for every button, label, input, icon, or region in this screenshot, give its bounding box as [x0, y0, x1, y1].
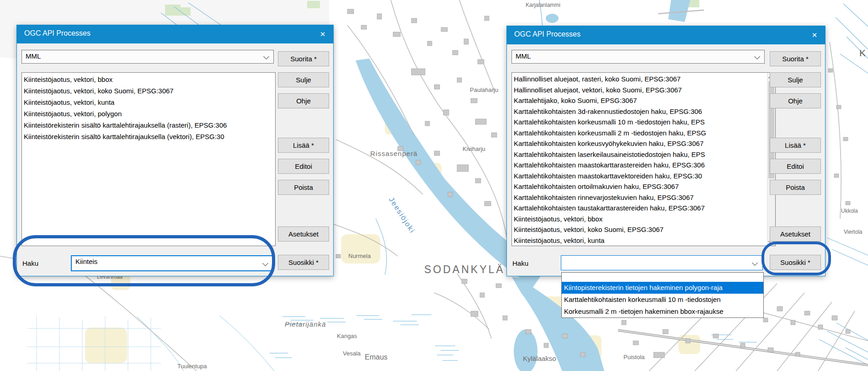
ogc-api-processes-dialog-right: OGC API Processes ✕ MML Hallinnolliset a… [506, 26, 825, 276]
process-list-item[interactable]: Karttalehtikohtaisten taustakarttaraster… [514, 203, 766, 214]
search-suggestion-item[interactable]: Kiintopisterekisterin tietojen hakeminen… [562, 282, 763, 294]
search-suggestion-item[interactable]: Korkeusmalli 2 m -tietojen hakeminen bbo… [562, 306, 763, 317]
asetukset-button[interactable]: Asetukset [770, 226, 821, 242]
lisaa-button[interactable]: Lisää * [278, 138, 329, 153]
process-list-item[interactable]: Kiinteistöjaotus, vektori, polygon [24, 108, 275, 119]
process-list-item[interactable]: Karttalehtikohtaisten korkeusmalli 2 m -… [514, 128, 766, 139]
process-listbox[interactable]: Kiinteistöjaotus, vektori, bboxKiinteist… [21, 72, 276, 246]
title-bar[interactable]: OGC API Processes ✕ [507, 26, 825, 44]
dialog-title: OGC API Processes [24, 29, 91, 38]
process-list-item[interactable]: Karttalehtikohtaisten maastokarttavektor… [514, 171, 766, 182]
close-icon[interactable]: ✕ [312, 25, 333, 43]
process-list-item[interactable]: Karttalehtikohtaisten laserkeilausaineis… [514, 149, 766, 160]
chevron-down-icon [754, 54, 760, 59]
source-combobox[interactable]: MML [21, 50, 274, 64]
process-list-item[interactable]: Hallinnolliset aluejaot, vektori, koko S… [514, 85, 766, 96]
process-list-item[interactable]: Karttalehtikohtaisten korkeusmalli 10 m … [514, 117, 766, 128]
process-list-item[interactable]: Karttalehtijako, koko Suomi, EPSG:3067 [514, 95, 766, 106]
process-list-item[interactable]: Kiinteistörekisterin sisältö karttalehti… [24, 119, 275, 131]
source-combobox-value: MML [26, 52, 41, 60]
haku-label: Haku [512, 259, 528, 267]
asetukset-button[interactable]: Asetukset [278, 226, 329, 242]
process-list-item[interactable]: Kiinteistöjaotus, vektori, bbox [514, 214, 766, 225]
process-list-item[interactable]: Kiinteistöjaotus, vektori, koko Suomi, E… [514, 224, 766, 235]
sulje-button[interactable]: Sulje [770, 72, 821, 87]
haku-search-input[interactable] [75, 258, 259, 265]
suorita-button[interactable]: Suorita * [278, 51, 329, 66]
suosikki-button[interactable]: Suosikki * [278, 255, 329, 270]
process-list-item[interactable]: Karttalehtikohtaisten korkeusvyöhykekuvi… [514, 138, 766, 149]
sulje-button[interactable]: Sulje [278, 72, 329, 87]
suosikki-button[interactable]: Suosikki * [770, 255, 821, 270]
process-list-item[interactable]: Kiinteistöjaotus, vektori, kunta [24, 97, 275, 108]
poista-button[interactable]: Poista [770, 180, 821, 195]
process-list-item[interactable]: Karttalehtikohtaisten 3d-rakennustiedost… [514, 106, 766, 117]
haku-search-input[interactable] [565, 257, 749, 265]
editoi-button[interactable]: Editoi [278, 159, 329, 174]
search-suggestion-item[interactable]: Karttalehtikohtaisten korkeusmalli 10 m … [562, 294, 763, 306]
haku-search-combobox[interactable] [561, 255, 763, 270]
process-list-item[interactable]: Hallinnolliset aluejaot, rasteri, koko S… [514, 74, 766, 85]
ohje-button[interactable]: Ohje [770, 93, 821, 108]
lisaa-button[interactable]: Lisää * [770, 138, 821, 153]
process-list-item[interactable]: Karttalehtikohtaisten rinnevarjostekuvie… [514, 192, 766, 203]
process-list-item[interactable]: Karttalehtikohtaisten ortoilmakuvien hak… [514, 181, 766, 192]
chevron-down-icon [262, 260, 268, 266]
chevron-down-icon [752, 260, 758, 266]
process-list-item[interactable]: Kiinteistöjaotus, vektori, kunta [514, 235, 766, 246]
source-combobox-value: MML [516, 52, 531, 60]
process-list-item[interactable]: Kiinteistöjaotus, vektori, koko Suomi, E… [24, 85, 275, 97]
title-bar[interactable]: OGC API Processes ✕ [17, 25, 333, 43]
process-list-item[interactable]: Kiinteistöjaotus, vektori, bbox [24, 74, 275, 85]
haku-label: Haku [22, 259, 38, 267]
source-combobox[interactable]: MML [511, 50, 765, 64]
process-list-item[interactable]: Karttalehtikohtaisten maastokarttaraster… [514, 160, 766, 171]
process-list-item[interactable]: Kiinteistörekisterin sisältö karttalehti… [24, 131, 275, 142]
haku-search-dropdown[interactable]: Kiintopisterekisterin tietojen hakeminen… [561, 272, 764, 318]
poista-button[interactable]: Poista [278, 180, 329, 195]
chevron-down-icon [263, 54, 269, 59]
close-icon[interactable]: ✕ [804, 26, 825, 44]
ohje-button[interactable]: Ohje [278, 93, 329, 108]
editoi-button[interactable]: Editoi [770, 159, 821, 174]
dialog-title: OGC API Processes [514, 30, 580, 38]
haku-search-combobox[interactable] [71, 255, 274, 271]
ogc-api-processes-dialog-left: OGC API Processes ✕ MML Kiinteistöjaotus… [16, 25, 334, 276]
suorita-button[interactable]: Suorita * [770, 51, 821, 66]
process-listbox[interactable]: Hallinnolliset aluejaot, rasteri, koko S… [511, 72, 776, 246]
search-suggestion-empty[interactable] [562, 273, 763, 282]
